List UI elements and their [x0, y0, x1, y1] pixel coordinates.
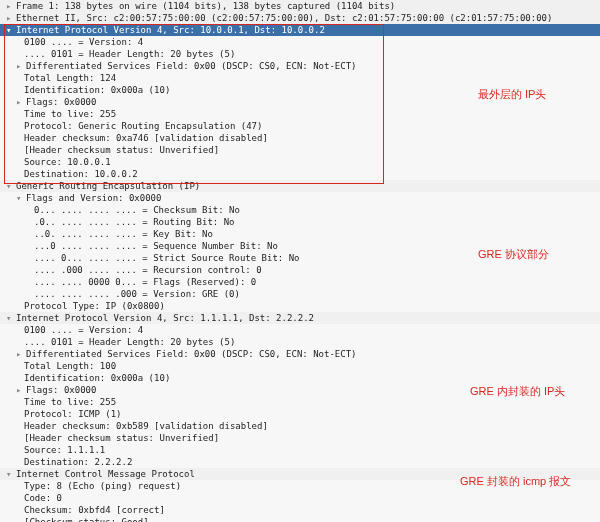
annotation-gre: GRE 协议部分	[478, 248, 549, 260]
ip1-checksum-status[interactable]: [Header checksum status: Unverified]	[0, 144, 600, 156]
ip1-tlen-text: Total Length: 124	[24, 72, 116, 84]
ip1-id-text: Identification: 0x000a (10)	[24, 84, 170, 96]
ip2-header-text: Internet Protocol Version 4, Src: 1.1.1.…	[16, 312, 314, 324]
ip2-tlen-text: Total Length: 100	[24, 360, 116, 372]
gre-fv-text: Flags and Version: 0x0000	[26, 192, 161, 204]
icmp-checksum[interactable]: Checksum: 0xbfd4 [correct]	[0, 504, 600, 516]
ip2-id-text: Identification: 0x000a (10)	[24, 372, 170, 384]
chevron-right-icon: ▸	[16, 348, 25, 360]
ip1-version-text: 0100 .... = Version: 4	[24, 36, 143, 48]
gre-recursion[interactable]: .... .000 .... .... = Recursion control:…	[0, 264, 600, 276]
ip2-dscp[interactable]: ▸Differentiated Services Field: 0x00 (DS…	[0, 348, 600, 360]
gre-pt-text: Protocol Type: IP (0x0800)	[24, 300, 165, 312]
ip1-version[interactable]: 0100 .... = Version: 4	[0, 36, 600, 48]
ip2-proto-text: Protocol: ICMP (1)	[24, 408, 122, 420]
ip2-header[interactable]: ▾Internet Protocol Version 4, Src: 1.1.1…	[0, 312, 600, 324]
gre-sr-text: .... 0... .... .... = Strict Source Rout…	[34, 252, 300, 264]
gre-key-bit[interactable]: ..0. .... .... .... = Key Bit: No	[0, 228, 600, 240]
chevron-right-icon: ▸	[6, 12, 15, 24]
icmp-cks2-text: [Checksum status: Good]	[24, 516, 149, 522]
icmp-checksum-status[interactable]: [Checksum status: Good]	[0, 516, 600, 522]
ip2-src-text: Source: 1.1.1.1	[24, 444, 105, 456]
gre-routing-bit[interactable]: .0.. .... .... .... = Routing Bit: No	[0, 216, 600, 228]
ip2-ttl[interactable]: Time to live: 255	[0, 396, 600, 408]
gre-c-text: 0... .... .... .... = Checksum Bit: No	[34, 204, 240, 216]
gre-flags-reserved[interactable]: .... .... 0000 0... = Flags (Reserved): …	[0, 276, 600, 288]
annotation-outer-ip: 最外层的 IP头	[478, 88, 546, 100]
ip1-hlen[interactable]: .... 0101 = Header Length: 20 bytes (5)	[0, 48, 600, 60]
ip1-total-length[interactable]: Total Length: 124	[0, 72, 600, 84]
ip2-dst-text: Destination: 2.2.2.2	[24, 456, 132, 468]
ip1-protocol[interactable]: Protocol: Generic Routing Encapsulation …	[0, 120, 600, 132]
chevron-right-icon: ▸	[6, 0, 15, 12]
chevron-down-icon: ▾	[6, 24, 15, 36]
ip1-flags-text: Flags: 0x0000	[26, 96, 96, 108]
ip2-cksum-text: Header checksum: 0xb589 [validation disa…	[24, 420, 268, 432]
chevron-right-icon: ▸	[16, 384, 25, 396]
gre-header[interactable]: ▾Generic Routing Encapsulation (IP)	[0, 180, 600, 192]
icmp-header-text: Internet Control Message Protocol	[16, 468, 195, 480]
ip2-id[interactable]: Identification: 0x000a (10)	[0, 372, 600, 384]
gre-version[interactable]: .... .... .... .000 = Version: GRE (0)	[0, 288, 600, 300]
ip2-ttl-text: Time to live: 255	[24, 396, 116, 408]
ip1-ttl-text: Time to live: 255	[24, 108, 116, 120]
ip1-destination[interactable]: Destination: 10.0.0.2	[0, 168, 600, 180]
ip1-dscp[interactable]: ▸Differentiated Services Field: 0x00 (DS…	[0, 60, 600, 72]
gre-rc-text: .... .000 .... .... = Recursion control:…	[34, 264, 262, 276]
ip2-hlen-text: .... 0101 = Header Length: 20 bytes (5)	[24, 336, 235, 348]
frame-text: Frame 1: 138 bytes on wire (1104 bits), …	[16, 0, 395, 12]
gre-fl-text: .... .... 0000 0... = Flags (Reserved): …	[34, 276, 256, 288]
gre-checksum-bit[interactable]: 0... .... .... .... = Checksum Bit: No	[0, 204, 600, 216]
ip2-flags-text: Flags: 0x0000	[26, 384, 96, 396]
icmp-code-text: Code: 0	[24, 492, 62, 504]
ip2-cks2-text: [Header checksum status: Unverified]	[24, 432, 219, 444]
icmp-code[interactable]: Code: 0	[0, 492, 600, 504]
gre-k-text: ..0. .... .... .... = Key Bit: No	[34, 228, 213, 240]
chevron-down-icon: ▾	[16, 192, 25, 204]
gre-flags-version[interactable]: ▾Flags and Version: 0x0000	[0, 192, 600, 204]
chevron-down-icon: ▾	[6, 180, 15, 192]
ip1-dst-text: Destination: 10.0.0.2	[24, 168, 138, 180]
ip2-hlen[interactable]: .... 0101 = Header Length: 20 bytes (5)	[0, 336, 600, 348]
ip2-total-length[interactable]: Total Length: 100	[0, 360, 600, 372]
ethernet-text: Ethernet II, Src: c2:00:57:75:00:00 (c2:…	[16, 12, 552, 24]
ip1-header-text: Internet Protocol Version 4, Src: 10.0.0…	[16, 24, 325, 36]
ip2-source[interactable]: Source: 1.1.1.1	[0, 444, 600, 456]
icmp-cksum-text: Checksum: 0xbfd4 [correct]	[24, 504, 165, 516]
ip1-checksum[interactable]: Header checksum: 0xa746 [validation disa…	[0, 132, 600, 144]
ip2-checksum-status[interactable]: [Header checksum status: Unverified]	[0, 432, 600, 444]
ip2-version-text: 0100 .... = Version: 4	[24, 324, 143, 336]
gre-ver-text: .... .... .... .000 = Version: GRE (0)	[34, 288, 240, 300]
ip1-source[interactable]: Source: 10.0.0.1	[0, 156, 600, 168]
frame-summary[interactable]: ▸Frame 1: 138 bytes on wire (1104 bits),…	[0, 0, 600, 12]
icmp-type-text: Type: 8 (Echo (ping) request)	[24, 480, 181, 492]
annotation-icmp: GRE 封装的 icmp 报文	[460, 475, 571, 487]
gre-s-text: ...0 .... .... .... = Sequence Number Bi…	[34, 240, 278, 252]
chevron-down-icon: ▾	[6, 312, 15, 324]
annotation-inner-ip: GRE 内封装的 IP头	[470, 385, 565, 397]
ip1-cksum-text: Header checksum: 0xa746 [validation disa…	[24, 132, 268, 144]
chevron-down-icon: ▾	[6, 468, 15, 480]
ip1-dscp-text: Differentiated Services Field: 0x00 (DSC…	[26, 60, 357, 72]
gre-r-text: .0.. .... .... .... = Routing Bit: No	[34, 216, 234, 228]
ip1-ttl[interactable]: Time to live: 255	[0, 108, 600, 120]
ip2-destination[interactable]: Destination: 2.2.2.2	[0, 456, 600, 468]
ip1-hlen-text: .... 0101 = Header Length: 20 bytes (5)	[24, 48, 235, 60]
ip2-version[interactable]: 0100 .... = Version: 4	[0, 324, 600, 336]
ip2-checksum[interactable]: Header checksum: 0xb589 [validation disa…	[0, 420, 600, 432]
gre-protocol-type[interactable]: Protocol Type: IP (0x0800)	[0, 300, 600, 312]
ip2-dscp-text: Differentiated Services Field: 0x00 (DSC…	[26, 348, 357, 360]
ethernet-summary[interactable]: ▸Ethernet II, Src: c2:00:57:75:00:00 (c2…	[0, 12, 600, 24]
ip1-header[interactable]: ▾Internet Protocol Version 4, Src: 10.0.…	[0, 24, 600, 36]
ip1-proto-text: Protocol: Generic Routing Encapsulation …	[24, 120, 262, 132]
gre-header-text: Generic Routing Encapsulation (IP)	[16, 180, 200, 192]
chevron-right-icon: ▸	[16, 96, 25, 108]
ip1-src-text: Source: 10.0.0.1	[24, 156, 111, 168]
chevron-right-icon: ▸	[16, 60, 25, 72]
ip1-cks2-text: [Header checksum status: Unverified]	[24, 144, 219, 156]
ip2-protocol[interactable]: Protocol: ICMP (1)	[0, 408, 600, 420]
